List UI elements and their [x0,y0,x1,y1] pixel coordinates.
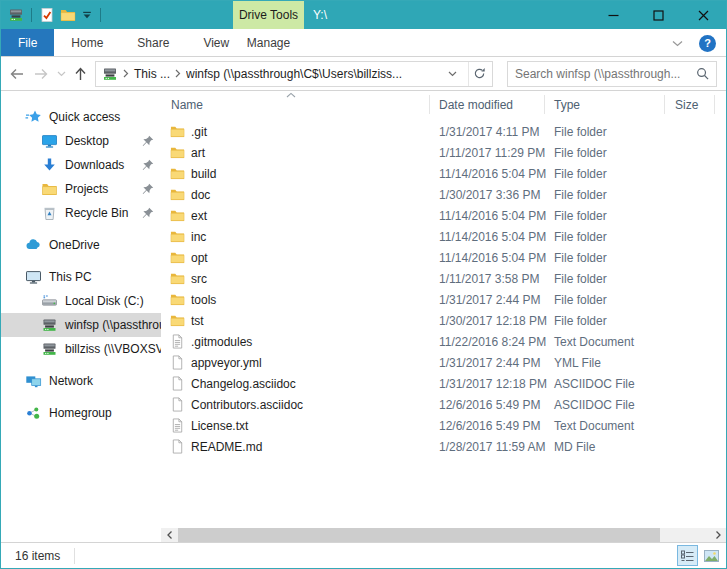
file-row[interactable]: .gitmodules 11/22/2016 8:24 PM Text Docu… [161,331,726,352]
address-dropdown-button[interactable] [441,62,463,86]
help-icon[interactable]: ? [699,35,716,52]
column-divider[interactable] [714,95,715,114]
file-type: File folder [554,125,607,139]
chevron-down-icon [448,71,457,77]
explorer-window: Drive Tools Y:\ File Home Share View [0,0,727,569]
file-type: YML File [554,356,601,370]
scroll-right-arrow[interactable] [710,528,726,542]
sidebar-item[interactable]: Quick access [1,105,161,129]
close-button[interactable] [681,1,726,29]
thumbnail-view-icon [704,550,719,562]
file-row[interactable]: Contributors.asciidoc 12/6/2016 5:49 PM … [161,394,726,415]
file-row[interactable]: inc 11/14/2016 5:04 PM File folder [161,226,726,247]
sidebar-item-label: OneDrive [49,238,100,252]
address-box[interactable]: This ... winfsp (\\passthrough\C$\Users\… [95,61,493,87]
file-row[interactable]: License.txt 12/6/2016 5:49 PM Text Docum… [161,415,726,436]
file-row[interactable]: tst 1/30/2017 12:18 PM File folder [161,310,726,331]
column-header-size[interactable]: Size [675,98,698,112]
column-header-name[interactable]: Name [171,98,203,112]
file-name: tst [191,314,204,328]
refresh-icon [473,67,486,80]
column-header-type[interactable]: Type [554,98,580,112]
file-name: doc [191,188,210,202]
up-button-icon[interactable] [74,67,87,81]
file-date-modified: 11/14/2016 5:04 PM [439,167,546,181]
search-box[interactable] [507,61,717,87]
file-type: File folder [554,314,607,328]
recent-locations-chevron-icon[interactable] [57,71,66,77]
navigation-buttons [1,67,95,81]
title-bar: Drive Tools Y:\ [1,1,726,29]
breadcrumb-root[interactable]: This ... [134,67,170,81]
sidebar-item-label: Downloads [65,158,124,172]
file-type: ASCIIDOC File [554,398,635,412]
download-icon [41,157,58,173]
file-row[interactable]: ext 11/14/2016 5:04 PM File folder [161,205,726,226]
file-row[interactable]: appveyor.yml 1/31/2017 2:44 PM YML File [161,352,726,373]
file-date-modified: 1/30/2017 3:36 PM [439,188,540,202]
file-name: art [191,146,205,160]
search-input[interactable] [515,67,690,81]
scrollbar-thumb[interactable] [178,528,660,542]
sidebar-item-label: Recycle Bin [65,206,128,220]
sidebar-item[interactable]: OneDrive [1,233,161,257]
file-row[interactable]: tools 1/31/2017 2:44 PM File folder [161,289,726,310]
back-button-icon[interactable] [9,68,25,80]
file-row[interactable]: README.md 1/28/2017 11:59 AM MD File [161,436,726,457]
column-divider[interactable] [544,95,545,114]
file-type: ASCIIDOC File [554,377,635,391]
new-folder-icon[interactable] [60,7,76,23]
sidebar-item[interactable]: This PC [1,265,161,289]
ribbon-tab[interactable]: Manage [233,29,304,56]
file-row[interactable]: art 1/11/2017 11:29 PM File folder [161,142,726,163]
sidebar-item[interactable]: winfsp (\\passthrou [1,313,161,337]
search-icon[interactable] [696,67,709,80]
breadcrumb-chevron-icon[interactable] [123,69,129,78]
sidebar-item[interactable]: Downloads [1,153,161,177]
sidebar-item[interactable]: Network [1,369,161,393]
sidebar-item[interactable]: Homegroup [1,401,161,425]
sidebar-item[interactable]: billziss (\\VBOXSVR) [1,337,161,361]
file-row[interactable]: doc 1/30/2017 3:36 PM File folder [161,184,726,205]
column-divider[interactable] [664,95,665,114]
monitor-icon [41,133,58,149]
scroll-left-arrow[interactable] [161,528,177,542]
collapse-ribbon-chevron-icon[interactable] [672,40,683,47]
thumbnail-view-button[interactable] [701,545,722,566]
file-row[interactable]: opt 11/14/2016 5:04 PM File folder [161,247,726,268]
file-name: Contributors.asciidoc [191,398,303,412]
breadcrumb-chevron-icon[interactable] [175,69,181,78]
file-date-modified: 1/31/2017 2:44 PM [439,293,540,307]
file-row[interactable]: Changelog.asciidoc 1/31/2017 12:18 PM AS… [161,373,726,394]
file-row[interactable]: src 1/11/2017 3:58 PM File folder [161,268,726,289]
minimize-button[interactable] [591,1,636,29]
ribbon-tab[interactable]: Home [54,29,120,56]
sidebar-item[interactable]: Desktop [1,129,161,153]
column-header-date-modified[interactable]: Date modified [439,98,513,112]
refresh-button[interactable] [468,62,490,86]
cloud-icon [25,237,42,253]
file-row[interactable]: build 11/14/2016 5:04 PM File folder [161,163,726,184]
folder-icon [170,313,185,328]
breadcrumb-folder[interactable]: winfsp (\\passthrough\C$\Users\billziss.… [186,67,436,81]
customize-qat-dropdown-icon[interactable] [81,9,93,21]
details-view-button[interactable] [677,545,698,566]
ribbon-tab[interactable]: File [1,29,54,56]
file-date-modified: 12/6/2016 5:49 PM [439,419,540,433]
sidebar-item-label: This PC [49,270,92,284]
horizontal-scrollbar[interactable] [161,528,726,542]
maximize-button[interactable] [636,1,681,29]
file-row[interactable]: .git 1/31/2017 4:11 PM File folder [161,121,726,142]
properties-icon[interactable] [39,7,55,23]
sidebar-item[interactable]: Recycle Bin [1,201,161,225]
file-name: src [191,272,207,286]
sidebar-item-label: Homegroup [49,406,112,420]
forward-button-icon[interactable] [33,68,49,80]
disk-icon [41,293,58,309]
sidebar-item[interactable]: Projects [1,177,161,201]
column-divider[interactable] [429,95,430,114]
sidebar-item[interactable]: Local Disk (C:) [1,289,161,313]
ribbon-tab[interactable]: Share [120,29,186,56]
file-type: File folder [554,188,607,202]
file-type: File folder [554,167,607,181]
